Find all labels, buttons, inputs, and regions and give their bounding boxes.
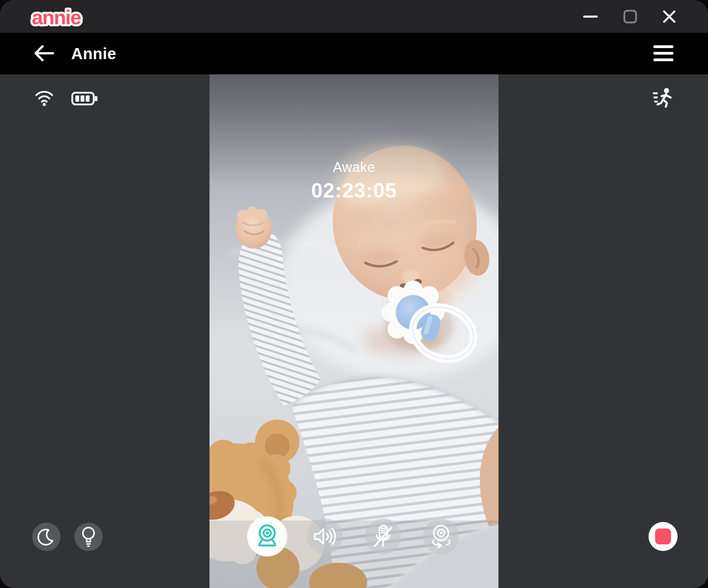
- microphone-mute-button[interactable]: [365, 518, 401, 554]
- moon-icon: [37, 528, 55, 546]
- webcam-icon: [254, 524, 280, 549]
- close-icon: [662, 10, 676, 24]
- hamburger-menu-icon: [653, 44, 674, 62]
- back-button[interactable]: [33, 43, 55, 64]
- battery-status: [71, 92, 98, 107]
- annie-logo: annie: [29, 5, 112, 30]
- night-light-button[interactable]: [74, 523, 103, 551]
- wifi-icon: [35, 88, 54, 106]
- titlebar: annie: [0, 0, 708, 33]
- page-title: Annie: [71, 39, 116, 68]
- motion-detection-button[interactable]: [653, 88, 673, 109]
- camera-rotate-button[interactable]: [423, 518, 459, 554]
- camera-feed: Awake 02:23:05: [209, 74, 499, 588]
- camera-rotate-icon: [429, 524, 453, 549]
- arrow-left-icon: [34, 44, 55, 63]
- microphone-muted-icon: [372, 524, 394, 549]
- menu-button[interactable]: [652, 43, 675, 65]
- wifi-status: [35, 88, 54, 108]
- minimize-button[interactable]: [581, 13, 600, 20]
- maximize-icon: [623, 9, 637, 24]
- speaker-button[interactable]: [307, 518, 343, 554]
- night-mode-button[interactable]: [32, 523, 60, 551]
- app-window: annie Ann: [0, 0, 708, 588]
- baby-video-scene: [209, 74, 499, 588]
- speaker-icon: [313, 526, 337, 547]
- stop-monitoring-button[interactable]: [649, 522, 678, 551]
- content-area: Awake 02:23:05: [0, 74, 708, 588]
- camera-toggle-button[interactable]: [247, 516, 287, 557]
- stop-icon: [655, 529, 671, 544]
- annie-logo-text: annie: [32, 6, 81, 28]
- window-controls: [581, 0, 678, 33]
- maximize-button[interactable]: [621, 7, 640, 26]
- lightbulb-icon: [81, 526, 96, 547]
- battery-icon: [71, 92, 98, 105]
- close-button[interactable]: [660, 8, 678, 26]
- minimize-icon: [583, 15, 598, 18]
- header: Annie: [0, 33, 708, 74]
- motion-detection-icon: [653, 88, 673, 108]
